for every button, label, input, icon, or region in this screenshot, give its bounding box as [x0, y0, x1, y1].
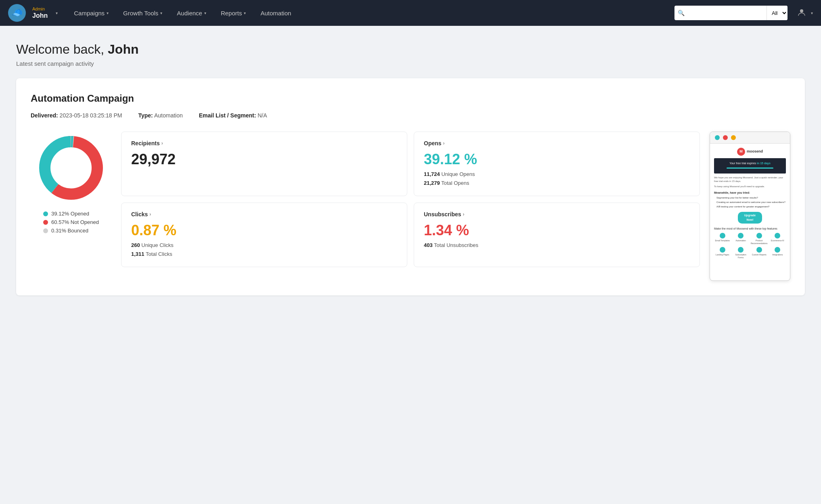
unsubscribes-total-label: Total Unsubscribes	[434, 242, 478, 248]
feature-icon-integrations	[775, 247, 780, 253]
search-filter-select[interactable]: All	[767, 6, 787, 20]
features-grid: Email Templates Automation Product Recom…	[714, 233, 786, 259]
legend-opened: 39.12% Opened	[43, 211, 99, 217]
preview-list-item-3: A/B testing your content for greater eng…	[716, 205, 786, 209]
svg-point-0	[800, 9, 803, 13]
stat-card-clicks: Clicks › 0.87 % 260 Unique Clicks 1,311 …	[121, 203, 407, 267]
preview-banner: Your free trial expires in 15 days	[714, 158, 786, 174]
clicks-total-label: Total Clicks	[146, 251, 172, 257]
feature-label-landing: Landing Pages	[716, 253, 729, 257]
stat-card-recipients: Recipients › 29,972	[121, 132, 407, 196]
feature-label-integrations: Integrations	[772, 253, 783, 257]
search-icon: 🔍	[674, 10, 688, 16]
legend-label-bounced: 0.31% Bounced	[51, 228, 88, 234]
opens-total-label: Total Opens	[441, 180, 469, 186]
nav-item-automation[interactable]: Automation	[254, 6, 297, 20]
user-role: Admin	[32, 6, 48, 12]
feature-ecommerce: Ecommerce AI	[769, 233, 786, 245]
profile-icon[interactable]	[797, 8, 806, 19]
feature-automation: Automation	[732, 233, 749, 245]
preview-body-text-1: We hope you are enjoying Moosend. Just a…	[714, 176, 786, 183]
banner-highlight: in 15 days	[757, 162, 771, 165]
donut-legend: 39.12% Opened 60.57% Not Opened 0.31% Bo…	[43, 211, 99, 234]
preview-body-text-2: To keep using Moosend you'll need to upg…	[714, 185, 786, 188]
clicks-header: Clicks ›	[131, 211, 397, 217]
email-list-value: N/A	[258, 112, 267, 119]
clicks-arrow[interactable]: ›	[149, 211, 151, 217]
nav-item-audience[interactable]: Audience ▾	[170, 6, 213, 20]
campaigns-arrow: ▾	[107, 11, 109, 15]
legend-not-opened: 60.57% Not Opened	[43, 219, 99, 225]
clicks-percentage: 0.87 %	[131, 223, 397, 238]
stats-area: 39.12% Opened 60.57% Not Opened 0.31% Bo…	[31, 132, 790, 281]
legend-label-not-opened: 60.57% Not Opened	[51, 219, 99, 225]
delivered-label: Delivered:	[31, 112, 58, 119]
clicks-label: Clicks	[131, 211, 148, 217]
email-list-meta: Email List / Segment: N/A	[199, 112, 267, 119]
opens-unique-val: 11,724	[424, 171, 440, 177]
preview-dot-red	[723, 135, 728, 140]
recipients-arrow[interactable]: ›	[161, 140, 163, 146]
stat-card-opens: Opens › 39.12 % 11,724 Unique Opens 21,2…	[414, 132, 700, 196]
feature-icon-email	[720, 233, 725, 238]
user-dropdown-arrow[interactable]: ▾	[56, 11, 58, 15]
feature-label-forms: Subscription Forms	[732, 253, 749, 259]
legend-dot-bounced	[43, 228, 48, 233]
campaign-meta: Delivered: 2023-05-18 03:25:18 PM Type: …	[31, 112, 790, 119]
nav-item-growth-tools[interactable]: Growth Tools ▾	[117, 6, 169, 20]
user-name: John	[32, 12, 48, 19]
reports-arrow: ▾	[244, 11, 246, 15]
opens-unique-label: Unique Opens	[441, 171, 475, 177]
feature-email-templates: Email Templates	[714, 233, 731, 245]
feature-icon-reports	[756, 247, 762, 253]
preview-list-item-1: Segmenting your list for better results?	[716, 196, 786, 200]
meanwhile-title: Meanwhile, have you tried:	[714, 191, 786, 195]
upgrade-button-preview: Upgrade Now!	[738, 212, 762, 224]
feature-icon-landing	[720, 247, 725, 253]
nav-item-campaigns[interactable]: Campaigns ▾	[67, 6, 115, 20]
search-input[interactable]	[688, 6, 767, 20]
nav-label-reports: Reports	[221, 10, 242, 17]
unsubscribes-arrow[interactable]: ›	[463, 211, 465, 217]
opens-percentage: 39.12 %	[424, 152, 690, 167]
opens-sub: 11,724 Unique Opens 21,279 Total Opens	[424, 170, 690, 188]
feature-landing-pages: Landing Pages	[714, 247, 731, 259]
feature-icon-forms	[738, 247, 744, 253]
campaign-card: Automation Campaign Delivered: 2023-05-1…	[16, 78, 805, 295]
feature-label-ecommerce: Ecommerce AI	[771, 239, 784, 243]
profile-dropdown-arrow[interactable]: ▾	[811, 11, 813, 15]
campaign-title: Automation Campaign	[31, 93, 790, 104]
opens-arrow[interactable]: ›	[443, 140, 445, 146]
legend-dot-opened	[43, 211, 48, 216]
svg-point-4	[51, 148, 91, 188]
clicks-unique-val: 260	[131, 242, 140, 248]
feature-icon-ecommerce	[775, 233, 780, 238]
banner-text-pre: Your free trial expires	[729, 162, 757, 165]
recipients-header: Recipients ›	[131, 140, 397, 146]
email-preview: M moosend Your free trial expires in 15 …	[710, 132, 790, 281]
feature-integrations: Integrations	[769, 247, 786, 259]
audience-arrow: ▾	[204, 11, 206, 15]
unsubscribes-total-val: 403	[424, 242, 433, 248]
opens-header: Opens ›	[424, 140, 690, 146]
nav-label-automation: Automation	[260, 10, 291, 17]
donut-chart-area: 39.12% Opened 60.57% Not Opened 0.31% Bo…	[31, 132, 111, 234]
nav-user-info: Admin John	[32, 6, 48, 19]
nav-item-reports[interactable]: Reports ▾	[214, 6, 253, 20]
feature-icon-product	[756, 233, 762, 238]
nav-logo[interactable]: 🧢	[8, 4, 26, 22]
unsubscribes-label: Unsubscribes	[424, 211, 461, 217]
feature-label-automation: Automation	[736, 239, 746, 243]
preview-titlebar	[710, 132, 790, 144]
unsubscribes-sub: 403 Total Unsubscribes	[424, 241, 690, 250]
preview-dot-teal	[715, 135, 720, 140]
preview-list-item-2: Creating an automated email to welcome y…	[716, 201, 786, 204]
stat-card-unsubscribes: Unsubscribes › 1.34 % 403 Total Unsubscr…	[414, 203, 700, 267]
type-label: Type:	[138, 112, 153, 119]
recipients-value: 29,972	[131, 152, 397, 167]
clicks-sub: 260 Unique Clicks 1,311 Total Clicks	[131, 241, 397, 259]
feature-subscription-forms: Subscription Forms	[732, 247, 749, 259]
feature-icon-automation	[738, 233, 744, 238]
growth-tools-arrow: ▾	[160, 11, 162, 15]
moosend-icon: M	[737, 148, 745, 156]
